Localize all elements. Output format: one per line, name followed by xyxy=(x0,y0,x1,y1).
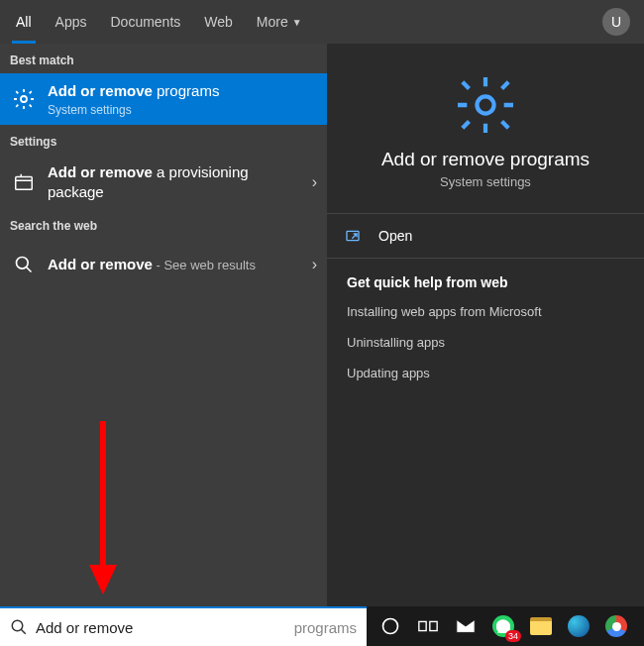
result-provisioning-package[interactable]: Add or remove a provisioning package › xyxy=(0,155,327,209)
mail-icon[interactable] xyxy=(452,612,480,640)
whatsapp-icon[interactable] xyxy=(489,612,517,640)
gear-icon xyxy=(10,85,38,113)
section-best-match: Best match xyxy=(0,44,327,73)
chevron-down-icon: ▼ xyxy=(292,17,302,28)
taskbar-search[interactable]: programs xyxy=(0,606,367,646)
search-icon xyxy=(10,251,38,278)
edge-icon[interactable] xyxy=(565,612,592,640)
tab-label: Documents xyxy=(110,14,180,30)
preview-pane: Add or remove programs System settings O… xyxy=(327,44,644,606)
package-icon xyxy=(10,168,38,196)
tab-label: More xyxy=(257,14,288,30)
cortana-icon[interactable] xyxy=(376,612,404,640)
chrome-icon[interactable] xyxy=(602,612,630,640)
result-title: Add or remove a provisioning package xyxy=(48,162,304,201)
search-ghost-text: programs xyxy=(294,619,357,636)
help-link-install[interactable]: Installing web apps from Microsoft xyxy=(327,296,644,327)
gear-icon xyxy=(327,73,644,137)
search-input[interactable] xyxy=(36,619,296,636)
task-view-icon[interactable] xyxy=(414,612,442,640)
avatar-initial: U xyxy=(611,14,621,30)
svg-point-7 xyxy=(12,620,23,631)
result-subtitle: System settings xyxy=(48,103,317,117)
svg-rect-1 xyxy=(16,176,33,189)
svg-point-3 xyxy=(477,96,493,113)
svg-point-0 xyxy=(21,96,27,102)
result-title: Add or remove - See web results xyxy=(48,255,304,274)
help-link-uninstall[interactable]: Uninstalling apps xyxy=(327,327,644,358)
user-avatar[interactable]: U xyxy=(602,8,630,36)
tab-documents[interactable]: Documents xyxy=(98,0,192,44)
file-explorer-icon[interactable] xyxy=(527,612,555,640)
taskbar: programs xyxy=(0,606,644,646)
svg-rect-9 xyxy=(419,621,426,630)
preview-subtitle: System settings xyxy=(327,174,644,189)
results-pane: Best match Add or remove programs System… xyxy=(0,44,327,606)
taskbar-tray xyxy=(367,606,644,646)
open-label: Open xyxy=(378,228,412,244)
preview-title: Add or remove programs xyxy=(327,149,644,170)
section-search-web: Search the web xyxy=(0,209,327,239)
tab-label: All xyxy=(16,14,32,30)
tab-apps[interactable]: Apps xyxy=(44,0,99,44)
open-icon xyxy=(345,228,365,244)
chevron-right-icon: › xyxy=(312,173,317,191)
result-web-search[interactable]: Add or remove - See web results › xyxy=(0,239,327,290)
result-add-remove-programs[interactable]: Add or remove programs System settings xyxy=(0,73,327,125)
tab-web[interactable]: Web xyxy=(192,0,245,44)
tab-all[interactable]: All xyxy=(4,0,44,44)
tab-label: Web xyxy=(204,14,233,30)
help-header: Get quick help from web xyxy=(327,259,644,296)
section-settings: Settings xyxy=(0,125,327,155)
svg-point-2 xyxy=(17,258,29,269)
open-action[interactable]: Open xyxy=(327,214,644,258)
search-body: Best match Add or remove programs System… xyxy=(0,44,644,606)
svg-rect-10 xyxy=(430,621,437,630)
tab-more[interactable]: More▼ xyxy=(245,0,314,44)
svg-point-8 xyxy=(383,619,398,634)
tab-label: Apps xyxy=(55,14,87,30)
chevron-right-icon: › xyxy=(312,256,317,273)
result-title: Add or remove programs xyxy=(48,81,317,101)
search-header: All Apps Documents Web More▼ U xyxy=(0,0,644,44)
help-link-update[interactable]: Updating apps xyxy=(327,358,644,388)
search-icon xyxy=(10,618,28,636)
